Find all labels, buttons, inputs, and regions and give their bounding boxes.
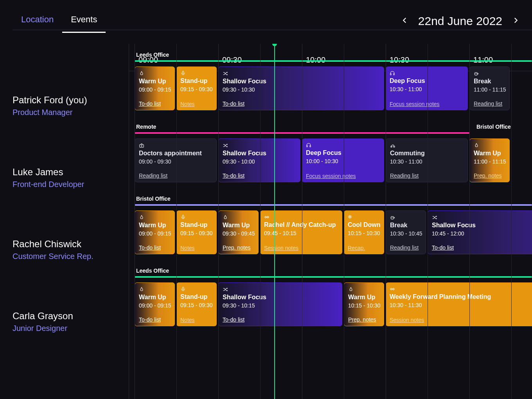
event-time: 09:15 - 09:30 [180, 86, 213, 92]
event-title: Deep Focus [390, 77, 464, 84]
next-day-button[interactable] [512, 16, 519, 26]
event-time: 09:30 - 10:00 [223, 158, 296, 165]
shuffle-icon [223, 143, 296, 148]
location-bar [135, 204, 532, 206]
event-title: Break [474, 78, 505, 85]
event-time: 09:00 - 09:15 [139, 86, 171, 93]
snowflake-icon: ❄ [348, 214, 380, 220]
flame-icon [139, 287, 171, 292]
event-card[interactable]: Weekly Forward Planning Meeting10:30 - 1… [386, 282, 532, 326]
flame-icon [223, 215, 254, 220]
location-bar [135, 276, 532, 278]
event-card[interactable]: Warm Up09:30 - 09:45Prep. notes [218, 210, 259, 254]
event-link[interactable]: Reading list [390, 173, 464, 179]
event-title: Stand-up [180, 221, 213, 228]
schedule-lane: Leeds OfficeWarm Up09:00 - 09:15To-do li… [129, 52, 532, 113]
event-link[interactable]: Focus session notes [306, 173, 380, 179]
svg-rect-4 [307, 146, 307, 147]
event-time: 09:00 - 09:30 [139, 158, 212, 165]
event-time: 09:45 - 10:15 [264, 230, 338, 236]
event-link[interactable]: Focus session notes [390, 101, 464, 107]
location-label: Leeds Office [129, 268, 532, 274]
event-card[interactable]: Shallow Focus09:30 - 10:15To-do list [218, 282, 342, 326]
event-link[interactable]: Notes [180, 101, 213, 107]
location-label: Bristol Office [129, 196, 532, 202]
event-link[interactable]: Notes [180, 317, 213, 323]
tab-events[interactable]: Events [62, 11, 106, 33]
event-card[interactable]: Stand-up09:15 - 09:30Notes [176, 66, 217, 110]
mic-icon [180, 286, 213, 292]
event-link[interactable]: Notes [180, 245, 213, 251]
event-title: Shallow Focus [223, 294, 338, 301]
event-link[interactable]: To-do list [223, 173, 296, 179]
prev-day-button[interactable] [401, 16, 409, 26]
event-title: Warm Up [139, 78, 171, 85]
event-time: 09:15 - 09:30 [180, 230, 213, 236]
event-title: Warm Up [223, 222, 254, 229]
event-link[interactable]: To-do list [223, 316, 338, 323]
event-link[interactable]: Session notes [264, 245, 338, 251]
event-title: Cool Down [348, 221, 380, 228]
event-title: Deep Focus [306, 149, 380, 156]
event-card[interactable]: Stand-up09:15 - 09:30Notes [176, 210, 217, 254]
event-card[interactable]: Break10:30 - 10:45Reading list [386, 210, 426, 254]
event-card[interactable]: Rachel // Andy Catch-up09:45 - 10:15Sess… [260, 210, 342, 254]
event-link[interactable]: Session notes [390, 317, 532, 323]
event-card[interactable]: Commuting10:30 - 11:00Reading list [386, 138, 468, 182]
event-card[interactable]: Warm Up09:00 - 09:15To-do list [135, 210, 175, 254]
cup-icon [390, 215, 422, 220]
event-time: 10:30 - 10:45 [390, 230, 422, 237]
event-card[interactable]: Warm Up09:00 - 09:15To-do list [135, 66, 175, 110]
event-card[interactable]: Deep Focus10:30 - 11:00Focus session not… [386, 66, 468, 110]
event-card[interactable]: Warm Up10:15 - 10:30Prep. notes [344, 282, 384, 326]
event-link[interactable]: To-do list [139, 244, 171, 251]
event-card[interactable]: Break11:00 - 11:15Reading list [469, 66, 510, 110]
event-time: 10:45 - 12:00 [432, 230, 532, 237]
event-title: Shallow Focus [223, 150, 296, 157]
event-link[interactable]: To-do list [139, 316, 171, 323]
event-link[interactable]: Prep. notes [474, 173, 505, 179]
now-indicator [274, 44, 275, 399]
event-card[interactable]: Doctors appointment09:00 - 09:30Reading … [135, 138, 217, 182]
event-link[interactable]: Reading list [390, 244, 422, 251]
event-card[interactable]: Shallow Focus10:45 - 12:00To-do list [428, 210, 532, 254]
tab-location[interactable]: Location [13, 11, 62, 33]
event-title: Shallow Focus [223, 78, 380, 85]
medkit-icon [139, 143, 212, 148]
shuffle-icon [223, 287, 338, 292]
event-time: 10:15 - 10:30 [348, 302, 380, 309]
event-title: Doctors appointment [139, 150, 212, 157]
flame-icon [139, 71, 171, 76]
event-title: Break [390, 222, 422, 229]
event-link[interactable]: To-do list [432, 244, 532, 251]
svg-rect-1 [390, 74, 391, 75]
shuffle-icon [223, 71, 380, 76]
event-link[interactable]: To-do list [223, 101, 380, 107]
event-card[interactable]: Deep Focus10:00 - 10:30Focus session not… [302, 138, 384, 182]
schedule-lane: Leeds OfficeWarm Up09:00 - 09:15To-do li… [129, 268, 532, 329]
event-card[interactable]: Stand-up09:15 - 09:30Notes [176, 282, 217, 326]
event-title: Commuting [390, 150, 464, 157]
event-link[interactable]: Reading list [474, 101, 505, 107]
event-time: 09:00 - 09:15 [139, 230, 171, 237]
event-link[interactable]: To-do list [139, 101, 171, 107]
event-title: Weekly Forward Planning Meeting [390, 293, 532, 300]
schedule-lane: Bristol OfficeWarm Up09:00 - 09:15To-do … [129, 196, 532, 257]
event-card[interactable]: Warm Up11:00 - 11:15Prep. notes [469, 138, 510, 182]
event-card[interactable]: ❄Cool Down10:15 - 10:30Recap. [344, 210, 384, 254]
event-link[interactable]: Prep. notes [348, 316, 380, 323]
event-link[interactable]: Prep. notes [223, 244, 254, 251]
event-title: Stand-up [180, 293, 213, 300]
event-card[interactable]: Shallow Focus09:30 - 10:30To-do list [218, 66, 384, 110]
event-card[interactable]: Shallow Focus09:30 - 10:00To-do list [218, 138, 300, 182]
mic-icon [180, 70, 213, 76]
event-card[interactable]: Warm Up09:00 - 09:15To-do list [135, 282, 175, 326]
svg-rect-0 [182, 71, 184, 74]
event-link[interactable]: Recap. [348, 245, 380, 251]
event-title: Rachel // Andy Catch-up [264, 221, 338, 228]
event-time: 11:00 - 11:15 [474, 86, 505, 93]
event-link[interactable]: Reading list [139, 173, 212, 179]
location-bar [135, 60, 532, 62]
event-title: Warm Up [139, 222, 171, 229]
event-time: 09:15 - 09:30 [180, 302, 213, 308]
